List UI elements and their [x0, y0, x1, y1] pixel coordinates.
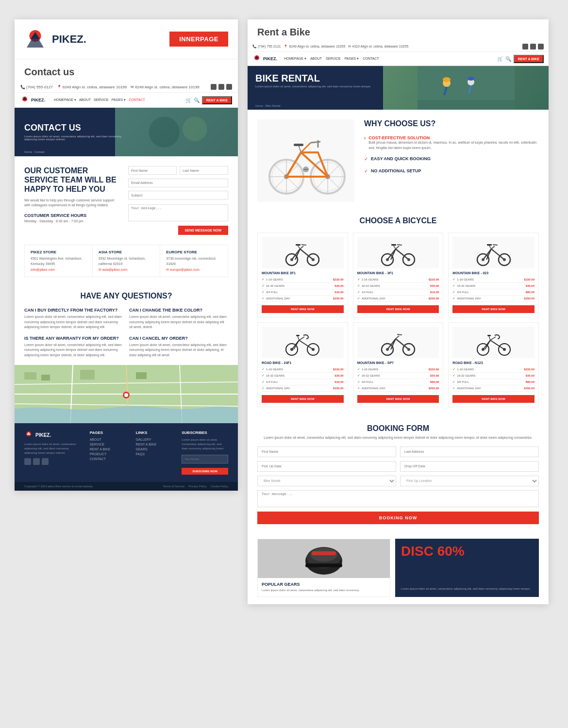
nav-contact[interactable]: CONTACT [129, 98, 145, 102]
faq-item-2: IS THERE ANY WARRANTY FOR MY ORDER? Lore… [24, 336, 123, 358]
subscribe-btn[interactable]: SUBSCRIBE NOW [182, 468, 228, 475]
nav-homepage[interactable]: HOMEPAGE ▾ [54, 98, 76, 102]
mini-rent-btn[interactable]: RENT A BIKE [202, 96, 232, 104]
footer-cookie-link[interactable]: Cookie Policy [211, 485, 228, 488]
rent-now-btn-5[interactable]: RENT BIKE NOW [452, 395, 535, 403]
rent-now-btn-1[interactable]: RENT BIKE NOW [357, 305, 439, 313]
rent-now-btn-4[interactable]: RENT BIKE NOW [357, 395, 439, 403]
store-cards: PIKEZ STORE 4501 Washington Ave. richard… [24, 245, 228, 277]
footer-link-faqs[interactable]: FAQS [135, 452, 174, 456]
footer-desc: Lorem ipsum dolor sit amet, consectetur … [24, 442, 83, 455]
booking-message[interactable] [257, 490, 539, 507]
booking-dropoff-date[interactable] [400, 461, 539, 472]
why-item-0: › COST-EFFECTIVE SOLUTION Bulk pricua ma… [364, 135, 539, 150]
nav-about[interactable]: ABOUT [79, 98, 91, 102]
rent-now-btn-0[interactable]: RENT BIKE NOW [262, 305, 344, 313]
search-icon[interactable]: 🔍 [194, 98, 200, 103]
bike-feature-4-0: ✓ 1-16 GEARS $220.00 [357, 367, 439, 373]
footer-twitter-icon[interactable] [33, 458, 40, 465]
footer-link-about[interactable]: ABOUT [90, 438, 129, 441]
footer-link-rentabike[interactable]: RENT A BIKE [135, 443, 174, 446]
facebook-icon[interactable] [211, 84, 217, 90]
right-cart-icon[interactable]: 🛒 [497, 56, 503, 62]
right-nav-pages[interactable]: PAGES ▾ [345, 57, 359, 61]
disc-card: DISC 60% Lorem ipsum dolor sit amet, con… [395, 539, 539, 597]
contact-team-title: OUR CUSTOMER SERVICE TEAM WILL BE HAPPY … [24, 166, 121, 194]
bike-feature-5-2: ✓ 3/4 FULL $80.00 [452, 380, 535, 385]
why-item-title-0: COST-EFFECTIVE SOLUTION [368, 135, 539, 140]
footer-terms-link[interactable]: Terms of Service [163, 485, 185, 488]
mini-social-icons [211, 84, 232, 90]
road-bike-svg-3 [283, 328, 322, 357]
footer-links-col: LINKS GALLERY RENT A BIKE GEARS FAQS [135, 430, 174, 475]
innerpage-button[interactable]: INNERPAGE [169, 32, 228, 47]
svg-line-73 [397, 245, 402, 245]
bike-feature-0-1: ✓ 16-32 GEARS $35.00 [262, 284, 344, 289]
rent-now-btn-2[interactable]: RENT BIKE NOW [452, 305, 535, 313]
booking-pickup-date[interactable] [257, 461, 396, 472]
footer-link-service[interactable]: SERVICE [90, 443, 129, 446]
right-search-icon[interactable]: 🔍 [505, 56, 511, 62]
mini-logo: PIKEZ. [20, 96, 45, 104]
twitter-icon[interactable] [218, 84, 224, 90]
last-name-input[interactable] [180, 166, 228, 175]
first-name-input[interactable] [128, 166, 177, 175]
booking-pickup-location[interactable]: Pick Up Location [400, 476, 539, 486]
faq-q-3: CAN I CANCEL MY ORDER? [129, 336, 228, 341]
footer-links-title: LINKS [135, 430, 174, 435]
right-nav-about[interactable]: ABOUT [310, 57, 322, 61]
message-textarea[interactable] [128, 204, 228, 221]
check-icon: ✓ [357, 374, 360, 378]
choose-title: CHOOSE A BICYCLE [257, 216, 539, 225]
send-message-btn[interactable]: SEND MESSAGE NOW [178, 226, 228, 235]
popular-gears-card: POPULAR GEARS Lorem ipsum dolor sit amet… [257, 539, 390, 597]
footer-link-product[interactable]: PRODUCT [90, 452, 129, 456]
footer-facebook-icon[interactable] [24, 458, 31, 465]
footer-link-contact[interactable]: CONTACT [90, 457, 129, 461]
rental-img-bg [383, 66, 549, 110]
footer-privacy-link[interactable]: Privacy Policy [188, 485, 206, 488]
right-twitter-icon[interactable] [530, 44, 536, 50]
right-facebook-icon[interactable] [522, 44, 528, 50]
right-nav-homepage[interactable]: HOMEPAGE ▾ [284, 57, 306, 61]
right-section-label: Rent a Bike [248, 19, 549, 42]
booking-bike-model[interactable]: Bike Model [257, 476, 396, 486]
booking-last-address[interactable] [400, 447, 539, 457]
right-nav-service[interactable]: SERVICE [326, 57, 341, 61]
bike-feature-3-0: ✓ 1-16 GEARS $220.00 [262, 367, 344, 373]
right-mini-nav: PIKEZ. HOMEPAGE ▾ ABOUT SERVICE PAGES ▾ … [248, 52, 549, 66]
footer-link-gears[interactable]: GEARS [135, 447, 174, 451]
nav-service[interactable]: SERVICE [94, 98, 109, 102]
contact-section: OUR CUSTOMER SERVICE TEAM WILL BE HAPPY … [15, 156, 238, 245]
booking-now-btn[interactable]: BOOKING NOW [257, 512, 539, 524]
contact-hours-val: Monday - Saturday : 8:30 am - 7:00 pm [24, 219, 121, 223]
bike-feature-1-0: ✓ 1-16 GEARS $220.00 [357, 278, 439, 283]
check-icon: ✓ [452, 278, 455, 281]
svg-rect-96 [296, 335, 300, 336]
right-nav-contact[interactable]: CONTACT [363, 57, 379, 61]
subscribe-input[interactable] [182, 455, 228, 463]
footer-logo-row: PIKEZ. [24, 430, 83, 439]
footer-social [24, 458, 83, 465]
rent-now-btn-3[interactable]: RENT BIKE NOW [262, 395, 344, 403]
footer-link-rent[interactable]: RENT A BIKE [90, 447, 129, 451]
nav-pages[interactable]: PAGES ▾ [112, 98, 126, 102]
footer-instagram-icon[interactable] [42, 458, 49, 465]
cart-icon[interactable]: 🛒 [185, 98, 191, 103]
faq-item-1: CAN I CHANGE THE BIKE COLOR? Lorem ipsum… [129, 308, 228, 330]
booking-first-name[interactable] [257, 447, 396, 457]
why-item-1: ✓ EASY AND QUICK BOOKING [364, 156, 539, 163]
check-icon: ✓ [262, 374, 265, 378]
right-rent-btn[interactable]: RENT A BIKE [514, 55, 544, 63]
right-instagram-icon[interactable] [538, 44, 544, 50]
footer-link-gallery[interactable]: GALLERY [135, 438, 174, 441]
subject-input[interactable] [128, 191, 228, 199]
check-icon: ✓ [357, 367, 360, 371]
email-input[interactable] [128, 179, 228, 187]
mini-nav-links: HOMEPAGE ▾ ABOUT SERVICE PAGES ▾ CONTACT [54, 98, 145, 102]
bike-img-3 [262, 327, 344, 358]
instagram-icon[interactable] [226, 84, 232, 90]
checkmark-icon-1: ✓ [364, 156, 368, 162]
check-icon: ✓ [452, 297, 455, 300]
bottom-promo-section: POPULAR GEARS Lorem ipsum dolor sit amet… [248, 531, 549, 604]
